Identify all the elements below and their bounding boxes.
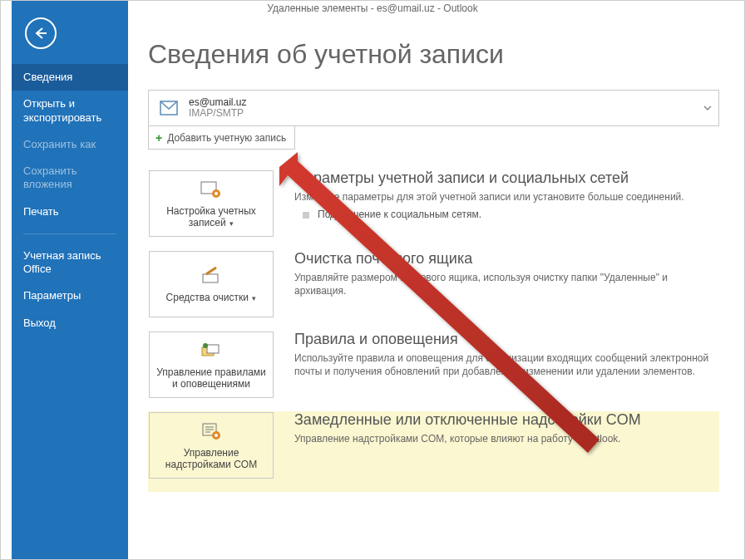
nav-item-save-attachments: Сохранить вложения xyxy=(12,158,128,199)
svg-point-3 xyxy=(215,192,218,195)
square-bullet-icon xyxy=(303,212,309,219)
nav-item-info[interactable]: Сведения xyxy=(12,64,128,91)
account-protocol: IMAP/SMTP xyxy=(189,108,247,119)
nav-item-print[interactable]: Печать xyxy=(12,199,128,225)
nav-item-exit[interactable]: Выход xyxy=(12,310,128,336)
account-settings-icon xyxy=(200,179,223,200)
backstage-sidebar: Сведения Открыть и экспортировать Сохран… xyxy=(12,1,128,559)
com-addins-label: Управление надстройками COM xyxy=(155,447,268,471)
svg-rect-6 xyxy=(207,345,219,353)
section-title-3: Замедленные или отключенные надстройки C… xyxy=(294,411,719,429)
account-settings-button[interactable]: Настройка учетных записей ▾ xyxy=(149,170,274,237)
account-settings-label: Настройка учетных записей xyxy=(166,205,256,228)
rules-alerts-button[interactable]: Управление правилами и оповещениями xyxy=(149,332,274,398)
chevron-down-icon xyxy=(703,101,712,115)
svg-rect-4 xyxy=(203,274,218,282)
nav-item-options[interactable]: Параметры xyxy=(12,282,128,309)
nav-item-open-export[interactable]: Открыть и экспортировать xyxy=(12,91,128,131)
mailbox-icon xyxy=(157,96,180,120)
plus-icon: + xyxy=(155,131,162,145)
com-addins-button[interactable]: Управление надстройками COM xyxy=(149,412,274,479)
dropdown-icon: ▾ xyxy=(228,219,234,228)
rules-alerts-label: Управление правилами и оповещениями xyxy=(155,366,268,391)
svg-point-10 xyxy=(215,434,218,437)
add-account-button[interactable]: + Добавить учетную запись xyxy=(148,126,295,150)
back-button[interactable] xyxy=(25,17,57,49)
addins-icon xyxy=(200,420,223,442)
section-desc-1: Управляйте размером почтового ящика, исп… xyxy=(294,271,719,297)
section-title-0: Параметры учетной записи и социальных се… xyxy=(294,169,719,187)
nav-item-office-account[interactable]: Учетная запись Office xyxy=(12,243,128,283)
svg-point-7 xyxy=(203,343,208,348)
section-desc-0: Измените параметры для этой учетной запи… xyxy=(294,190,719,204)
section-title-2: Правила и оповещения xyxy=(294,331,719,348)
section-desc-2: Используйте правила и оповещения для орг… xyxy=(294,351,719,378)
arrow-left-icon xyxy=(32,25,49,42)
account-selector[interactable]: es@umail.uz IMAP/SMTP xyxy=(148,90,719,126)
section-desc-3: Управление надстройками COM, которые вли… xyxy=(294,432,719,445)
add-account-label: Добавить учетную запись xyxy=(167,132,286,144)
main-content: Сведения об учетной записи es@umail.uz I… xyxy=(128,19,736,551)
rules-icon xyxy=(200,340,223,361)
cleanup-tools-button[interactable]: Средства очистки ▾ xyxy=(149,251,274,317)
nav-item-save-as: Сохранить как xyxy=(12,131,128,158)
page-title: Сведения об учетной записи xyxy=(148,39,719,70)
cleanup-icon xyxy=(200,265,223,287)
cleanup-tools-label: Средства очистки xyxy=(166,292,249,303)
nav-separator xyxy=(23,233,116,234)
section-title-1: Очистка почтового ящика xyxy=(294,250,719,268)
social-connect-link[interactable]: Подключение к социальным сетям. xyxy=(318,209,481,220)
dropdown-icon: ▾ xyxy=(250,294,257,302)
